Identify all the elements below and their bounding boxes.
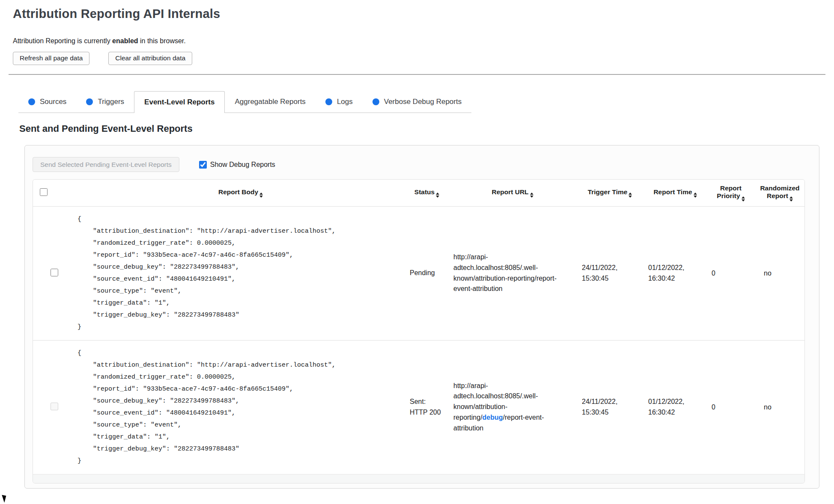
header-report-url[interactable]: Report URL [448,180,577,206]
show-debug-toggle[interactable]: Show Debug Reports [199,161,275,169]
report-time-cell: 01/12/2022, 16:30:42 [643,340,707,474]
reports-table-card: Report Body Status Report URL Trigger Ti… [33,179,805,483]
sort-icon [789,196,793,202]
url-debug-segment: debug [483,414,503,421]
table-row: { "attribution_destination": "http://ara… [33,206,805,340]
toolbar: Refresh all page data Clear all attribut… [13,52,834,65]
sort-icon [694,193,697,198]
send-selected-button[interactable]: Send Selected Pending Event-Level Report… [33,157,179,172]
panel-controls: Send Selected Pending Event-Level Report… [33,157,819,172]
row-select-checkbox[interactable] [51,269,58,276]
event-level-reports-panel: Send Selected Pending Event-Level Report… [24,145,819,489]
tab-event-level-reports[interactable]: Event-Level Reports [134,91,225,113]
report-priority-cell: 0 [707,206,754,340]
select-all-header [33,180,76,206]
tab-label: Logs [337,98,353,106]
tab-verbose-debug-reports[interactable]: Verbose Debug Reports [363,91,471,113]
url-text: http://arapi-adtech.localhost:8085/.well… [453,253,557,292]
header-report-time[interactable]: Report Time [643,180,707,206]
report-body-cell: { "attribution_destination": "http://ara… [76,340,405,474]
row-select-checkbox [51,403,58,410]
refresh-all-button[interactable]: Refresh all page data [13,52,89,65]
sort-icon [628,193,632,198]
unread-dot-icon [86,98,93,105]
randomized-report-cell: no [754,340,805,474]
unread-dot-icon [372,98,379,105]
report-url-cell: http://arapi-adtech.localhost:8085/.well… [448,340,577,474]
status-cell: Sent: HTTP 200 [405,340,448,474]
table-row: { "attribution_destination": "http://ara… [33,340,805,474]
tab-label: Sources [40,98,66,106]
show-debug-label: Show Debug Reports [210,161,275,169]
select-all-checkbox[interactable] [40,188,48,196]
header-label: Trigger Time [588,188,628,196]
status-cell: Pending [405,206,448,340]
report-time-cell: 01/12/2022, 16:30:42 [643,206,707,340]
unread-dot-icon [28,98,35,105]
show-debug-checkbox[interactable] [199,161,207,169]
reports-table: Report Body Status Report URL Trigger Ti… [33,180,805,474]
report-url-cell: http://arapi-adtech.localhost:8085/.well… [448,206,577,340]
report-body-json: { "attribution_destination": "http://ara… [77,213,405,333]
randomized-report-cell: no [754,206,805,340]
report-priority-cell: 0 [707,340,754,474]
tab-label: Aggregatable Reports [235,98,305,106]
header-report-body[interactable]: Report Body [76,180,405,206]
unread-dot-icon [325,98,332,105]
tab-label: Event-Level Reports [144,98,214,107]
intro-prefix: Attribution Reporting is currently [13,37,112,44]
row-select-cell [33,340,76,474]
header-label: Report Time [653,188,692,196]
row-select-cell [33,206,76,340]
intro-suffix: in this browser. [138,37,186,44]
header-divider [9,74,825,75]
header-label: Report Priority [717,184,742,199]
tab-aggregatable-reports[interactable]: Aggregatable Reports [225,91,315,113]
header-trigger-time[interactable]: Trigger Time [577,180,643,206]
header-report-priority[interactable]: Report Priority [707,180,754,206]
tab-label: Verbose Debug Reports [384,98,462,106]
sort-icon [742,196,745,202]
intro-enabled-word: enabled [112,37,138,44]
tab-label: Triggers [98,98,124,106]
sort-icon [436,193,439,198]
report-body-json: { "attribution_destination": "http://ara… [77,347,405,467]
header-randomized-report[interactable]: Randomized Report [754,180,805,206]
intro-text: Attribution Reporting is currently enabl… [13,37,834,45]
header-status[interactable]: Status [405,180,448,206]
tab-triggers[interactable]: Triggers [76,91,134,113]
report-body-cell: { "attribution_destination": "http://ara… [76,206,405,340]
section-heading: Sent and Pending Event-Level Reports [19,123,834,134]
trigger-time-cell: 24/11/2022, 15:30:45 [577,206,643,340]
clear-all-button[interactable]: Clear all attribution data [108,52,192,65]
sort-icon [530,193,533,198]
header-label: Status [414,188,435,196]
tab-logs[interactable]: Logs [316,91,363,113]
mouse-cursor [2,494,8,503]
tab-strip: Sources Triggers Event-Level Reports Agg… [18,91,471,113]
header-label: Report URL [491,188,528,196]
page-title: Attribution Reporting API Internals [13,7,834,21]
header-label: Randomized Report [760,184,799,199]
trigger-time-cell: 24/11/2022, 15:30:45 [577,340,643,474]
tab-sources[interactable]: Sources [18,91,76,113]
table-header-row: Report Body Status Report URL Trigger Ti… [33,180,805,206]
table-footer [33,474,804,483]
sort-icon [259,193,263,198]
header-label: Report Body [218,188,258,196]
